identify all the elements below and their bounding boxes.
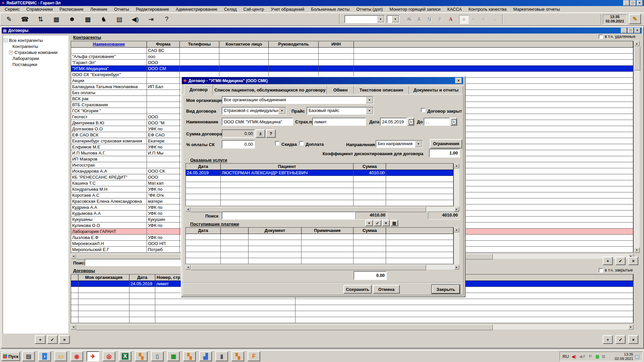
- app-squares-2-taskbar-icon[interactable]: ▚: [183, 351, 196, 361]
- menu-item[interactable]: Отчеты: [111, 6, 132, 12]
- column-header[interactable]: Пациент: [221, 164, 354, 170]
- underline-button[interactable]: Ч: [425, 15, 434, 23]
- scroll-up-icon[interactable]: ▲: [634, 41, 640, 46]
- payment-confirm-button[interactable]: ✓: [374, 220, 381, 226]
- tree-item-all-contractors[interactable]: − Все контрагенты: [4, 37, 67, 43]
- chevron-down-icon[interactable]: ▼: [415, 141, 422, 147]
- menu-item[interactable]: Справочники: [23, 6, 56, 12]
- contracts-hscrollbar[interactable]: ◄ ►: [71, 324, 634, 329]
- column-header[interactable]: Контактное лицо: [219, 41, 269, 48]
- chrome-taskbar-icon[interactable]: ◉: [70, 351, 83, 361]
- child-maximize-button[interactable]: □: [628, 28, 634, 33]
- column-header[interactable]: Дата: [186, 164, 221, 170]
- column-header[interactable]: Наименование: [71, 41, 147, 48]
- pay-percent-input[interactable]: [222, 140, 255, 148]
- contract-closed-checkbox[interactable]: [421, 108, 425, 112]
- scroll-left-icon[interactable]: ◄: [71, 324, 76, 329]
- calculator-toolbar-button[interactable]: ▤: [114, 14, 125, 24]
- rabbit-toolbar-button[interactable]: ♞: [98, 14, 109, 24]
- scroll-left-icon[interactable]: ◄: [71, 254, 76, 259]
- date-input[interactable]: [380, 118, 407, 126]
- discount-coef-input[interactable]: 1.00: [429, 149, 460, 158]
- phone-toolbar-button[interactable]: ☎: [19, 14, 30, 24]
- payments-vscrollbar[interactable]: ▲: [454, 227, 459, 264]
- table-row[interactable]: [186, 246, 453, 252]
- justify-button[interactable]: ≡: [479, 15, 488, 23]
- directions-combo[interactable]: Без направления ▼: [376, 140, 423, 148]
- table-row[interactable]: 24.05.2019 ЛЮСТЕРМАН АЛЕКСАНДР ЕВГЕНЬЕВИ…: [186, 170, 453, 176]
- column-header[interactable]: Телефоны: [180, 41, 219, 48]
- column-header[interactable]: Сумма: [354, 228, 386, 234]
- scroll-up-icon[interactable]: ▲: [454, 227, 459, 232]
- italic-button[interactable]: К: [415, 15, 424, 23]
- table-row[interactable]: [186, 188, 453, 194]
- tree-item-insurance-companies[interactable]: + Страховые компании: [4, 49, 67, 55]
- contractors-vscrollbar[interactable]: ▲ ▼: [634, 41, 640, 253]
- scroll-up-icon[interactable]: ▲: [454, 163, 459, 168]
- name-input[interactable]: [222, 118, 293, 126]
- contracts-add-button[interactable]: +: [603, 335, 613, 344]
- contract-delete-button[interactable]: ×: [628, 257, 638, 265]
- scrollbar-thumb[interactable]: [191, 265, 426, 270]
- tree-item-laboratories[interactable]: Лаборатории: [4, 55, 67, 61]
- show-deleted-checkbox[interactable]: [599, 35, 603, 39]
- column-header[interactable]: Дата: [186, 228, 221, 234]
- column-header[interactable]: Моя организация: [78, 275, 129, 281]
- font-family-combo[interactable]: ▼: [344, 15, 385, 23]
- child-close-button[interactable]: ×: [634, 28, 640, 33]
- column-header[interactable]: ИНН: [319, 41, 354, 48]
- table-row[interactable]: [186, 194, 453, 200]
- table-row[interactable]: САО ВС: [71, 48, 633, 54]
- menu-item[interactable]: Расписание: [56, 6, 87, 12]
- table-row[interactable]: "Альфа страхование" ооо: [71, 54, 633, 60]
- language-indicator[interactable]: RU: [562, 354, 569, 359]
- collapse-icon[interactable]: −: [4, 39, 7, 42]
- help-toolbar-button[interactable]: ?: [161, 14, 172, 24]
- app-squares-3-taskbar-icon[interactable]: ▚: [231, 351, 244, 361]
- close-button[interactable]: ×: [637, 0, 643, 6]
- scroll-left-icon[interactable]: ◄: [185, 207, 191, 212]
- column-header[interactable]: Дата: [129, 275, 155, 281]
- app-squares-taskbar-icon[interactable]: ▚: [135, 351, 148, 361]
- contractor-delete-button[interactable]: ×: [59, 335, 70, 344]
- scroll-right-icon[interactable]: ►: [454, 207, 459, 212]
- bold-button[interactable]: Ж: [405, 15, 414, 23]
- table-row[interactable]: [186, 200, 453, 206]
- flag-icon[interactable]: ⚐: [589, 354, 593, 359]
- column-header[interactable]: Примечание: [302, 228, 354, 234]
- scroll-right-icon[interactable]: ►: [628, 324, 634, 329]
- start-button[interactable]: Пуск: [1, 352, 20, 361]
- restrictions-button[interactable]: Ограничения: [430, 139, 462, 148]
- tree-item-contractors[interactable]: Контрагенты: [4, 43, 67, 49]
- discount-checkbox[interactable]: [275, 141, 279, 145]
- scroll-down-icon[interactable]: ▼: [634, 247, 640, 253]
- menu-item[interactable]: Больничные листы: [308, 6, 353, 12]
- exit-door-toolbar-button[interactable]: ⇥: [146, 14, 156, 24]
- table-row[interactable]: [186, 252, 453, 258]
- tree-item-suppliers[interactable]: Поставщики: [4, 61, 67, 67]
- table-row[interactable]: [186, 258, 453, 264]
- mobile-taskbar-icon[interactable]: ▮: [215, 351, 228, 361]
- cancel-button[interactable]: Отмена: [373, 285, 400, 294]
- contract-type-combo[interactable]: Страховой с индивидуальнь ▼: [222, 107, 286, 115]
- save-button[interactable]: Сохранить: [343, 285, 372, 294]
- payment-delete-button[interactable]: ×: [382, 220, 390, 226]
- menu-item[interactable]: Контроль качества: [465, 6, 510, 12]
- chevron-down-icon[interactable]: ▼: [377, 16, 384, 22]
- align-left-button[interactable]: ≡: [459, 15, 469, 24]
- close-dialog-button[interactable]: Закрыть: [432, 285, 460, 294]
- table-row[interactable]: [186, 234, 453, 240]
- door-transfer-toolbar-button[interactable]: ⇅: [35, 14, 46, 24]
- network-icon[interactable]: ⧉: [602, 354, 605, 359]
- notepad-taskbar-icon[interactable]: ▯: [151, 351, 164, 361]
- child-minimize-button[interactable]: _: [621, 28, 627, 33]
- price-combo[interactable]: Базовый прайс ▼: [307, 107, 374, 115]
- payment-add-button[interactable]: +: [365, 220, 373, 226]
- menu-item[interactable]: Склад: [221, 6, 240, 12]
- menu-item[interactable]: Монитор горящей записи: [386, 6, 444, 12]
- menu-item[interactable]: Лечение: [87, 6, 111, 12]
- table-row[interactable]: [186, 176, 453, 182]
- contractor-confirm-button[interactable]: ✓: [47, 335, 58, 344]
- table-row[interactable]: [71, 311, 633, 317]
- contract-confirm-button[interactable]: ✓: [615, 257, 626, 265]
